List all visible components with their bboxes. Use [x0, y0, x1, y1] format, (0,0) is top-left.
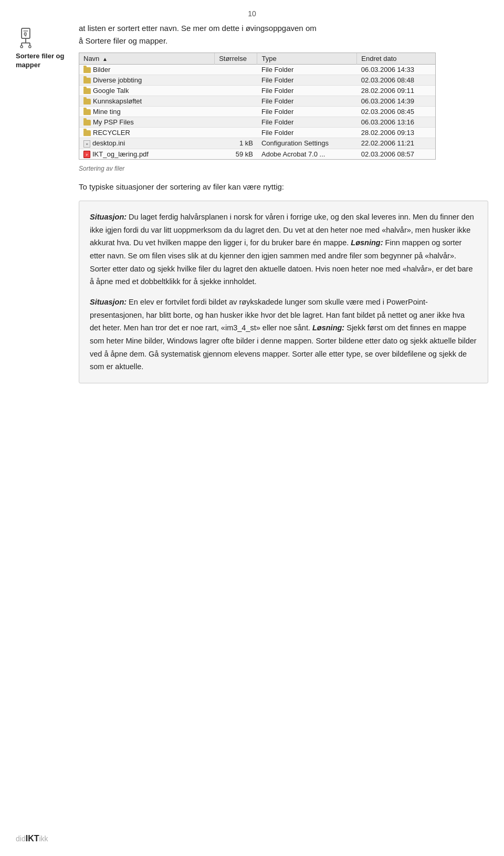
- file-date-cell: 02.03.2006 08:45: [357, 107, 435, 117]
- table-row: BilderFile Folder06.03.2006 14:33: [79, 65, 435, 75]
- col-header-date: Endret dato: [357, 53, 435, 65]
- file-type-cell: Adobe Acrobat 7.0 ...: [257, 149, 357, 159]
- file-date-cell: 06.03.2006 13:16: [357, 117, 435, 128]
- intro-text: at listen er sortert etter navn. Se mer …: [79, 22, 488, 47]
- col-header-size: Størrelse: [215, 53, 257, 65]
- file-type-cell: File Folder: [257, 86, 357, 96]
- info-box: Situasjon: Du laget ferdig halvårsplanen…: [79, 201, 488, 383]
- file-size-cell: [215, 65, 257, 75]
- file-size-cell: [215, 75, 257, 86]
- situation1-label: Situasjon:: [90, 213, 127, 221]
- file-size-cell: [215, 117, 257, 128]
- file-type-cell: File Folder: [257, 96, 357, 107]
- sort-arrow: ▲: [102, 56, 108, 62]
- file-size-cell: [215, 107, 257, 117]
- folder-icon: [83, 99, 91, 105]
- file-date-cell: 28.02.2006 09:13: [357, 128, 435, 138]
- svg-rect-0: [22, 28, 30, 38]
- situation2-paragraph: Situasjon: En elev er fortvilet fordi bi…: [90, 296, 477, 373]
- footer-ikk: ikk: [39, 834, 48, 843]
- file-name-cell: Mine ting: [79, 107, 215, 117]
- file-size-cell: [215, 86, 257, 96]
- table-row: ≡desktop.ini1 kBConfiguration Settings22…: [79, 138, 435, 149]
- ini-file-icon: ≡: [83, 140, 90, 148]
- file-name-cell: Kunnskapsløftet: [79, 96, 215, 107]
- folder-icon: [83, 120, 91, 126]
- file-size-cell: [215, 96, 257, 107]
- situation2-label: Situasjon:: [90, 298, 127, 306]
- file-type-cell: File Folder: [257, 117, 357, 128]
- file-name-cell: Diverse jobbting: [79, 75, 215, 86]
- page-number: 10: [0, 0, 504, 22]
- file-table-caption: Sortering av filer: [79, 165, 488, 172]
- table-row: Google TalkFile Folder28.02.2006 09:11: [79, 86, 435, 96]
- section-intro: To typiske situasjoner der sortering av …: [79, 181, 488, 193]
- footer: didIKTikk: [16, 834, 488, 843]
- file-size-cell: 1 kB: [215, 138, 257, 149]
- file-type-cell: Configuration Settings: [257, 138, 357, 149]
- file-table: Navn ▲ Størrelse Type Endret dato Bilder…: [79, 53, 435, 159]
- table-row: PIKT_og_læring.pdf59 kBAdobe Acrobat 7.0…: [79, 149, 435, 159]
- file-date-cell: 06.03.2006 14:33: [357, 65, 435, 75]
- main-content: at listen er sortert etter navn. Se mer …: [74, 22, 488, 383]
- col-header-type: Type: [257, 53, 357, 65]
- file-name-cell: PIKT_og_læring.pdf: [79, 149, 215, 159]
- table-row: KunnskapsløftetFile Folder06.03.2006 14:…: [79, 96, 435, 107]
- folder-icon: [83, 88, 91, 94]
- file-type-cell: File Folder: [257, 75, 357, 86]
- file-date-cell: 28.02.2006 09:11: [357, 86, 435, 96]
- file-date-cell: 02.03.2006 08:48: [357, 75, 435, 86]
- sidebar-label: Sortere filer og mapper: [16, 52, 68, 70]
- svg-point-5: [20, 46, 23, 48]
- file-table-container: Navn ▲ Størrelse Type Endret dato Bilder…: [79, 53, 436, 160]
- footer-did: did: [16, 834, 26, 843]
- svg-point-6: [29, 46, 31, 48]
- file-type-cell: File Folder: [257, 107, 357, 117]
- pdf-file-icon: P: [83, 151, 90, 158]
- file-size-cell: 59 kB: [215, 149, 257, 159]
- file-name-cell: Bilder: [79, 65, 215, 75]
- file-date-cell: 22.02.2006 11:21: [357, 138, 435, 149]
- file-size-cell: [215, 128, 257, 138]
- solution2-label: Løsning:: [312, 323, 344, 332]
- file-name-cell: ≡desktop.ini: [79, 138, 215, 149]
- table-row: RECYCLERFile Folder28.02.2006 09:13: [79, 128, 435, 138]
- solution1-label: Løsning:: [351, 238, 383, 247]
- file-name-cell: Google Talk: [79, 86, 215, 96]
- file-type-cell: File Folder: [257, 65, 357, 75]
- file-type-cell: File Folder: [257, 128, 357, 138]
- sidebar: Sortere filer og mapper: [16, 22, 74, 383]
- sort-files-icon: [16, 27, 68, 51]
- file-name-cell: My PSP Files: [79, 117, 215, 128]
- file-name-cell: RECYCLER: [79, 128, 215, 138]
- table-row: Diverse jobbtingFile Folder02.03.2006 08…: [79, 75, 435, 86]
- col-header-name: Navn ▲: [79, 53, 215, 65]
- situation1-paragraph: Situasjon: Du laget ferdig halvårsplanen…: [90, 211, 477, 288]
- folder-icon: [83, 78, 91, 83]
- folder-icon: [83, 109, 91, 115]
- table-row: Mine tingFile Folder02.03.2006 08:45: [79, 107, 435, 117]
- footer-ikt: IKT: [26, 834, 39, 843]
- file-date-cell: 02.03.2006 08:57: [357, 149, 435, 159]
- file-date-cell: 06.03.2006 14:39: [357, 96, 435, 107]
- svg-rect-8: [24, 33, 26, 35]
- folder-icon: [83, 67, 91, 73]
- folder-icon: [83, 130, 91, 136]
- table-row: My PSP FilesFile Folder06.03.2006 13:16: [79, 117, 435, 128]
- footer-brand: didIKTikk: [16, 834, 48, 843]
